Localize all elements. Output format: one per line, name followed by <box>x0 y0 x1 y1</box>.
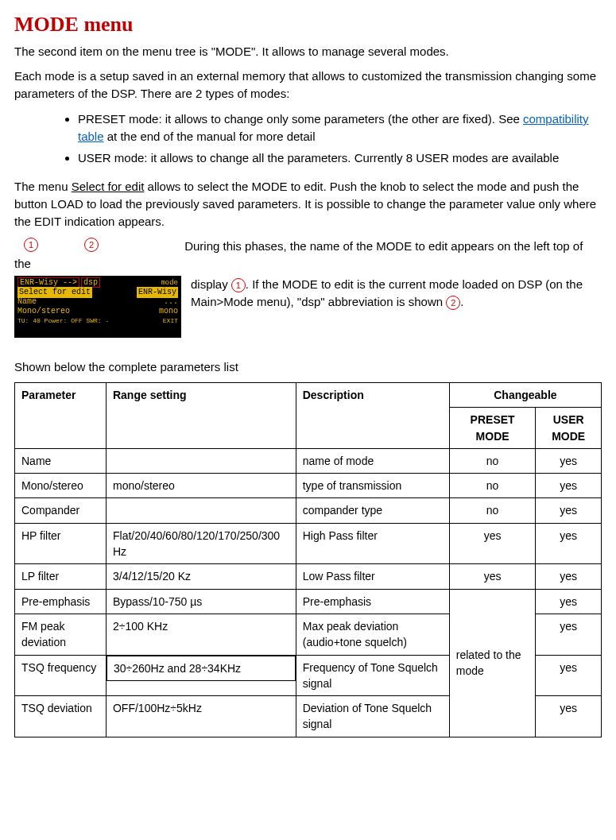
th-user-mode: USER MODE <box>536 408 602 449</box>
cell: Compander <box>15 498 107 523</box>
cell: no <box>449 448 536 473</box>
cell: yes <box>536 523 602 564</box>
cell: Pre-emphasis <box>15 589 107 614</box>
page-title: MODE menu <box>14 10 602 40</box>
lcd-row: Mono/stereo <box>17 306 70 318</box>
cell: Low Pass filter <box>296 564 449 589</box>
cell <box>106 448 296 473</box>
display-screenshot: ENR-Wisy -->dsp mode Select for editENR-… <box>14 276 181 338</box>
lcd-status: TU: 40 Power: OFF SWR: - <box>17 316 109 326</box>
para-modes: Each mode is a setup saved in an externa… <box>14 68 602 103</box>
cell: Max peak deviation (audio+tone squelch) <box>296 614 449 655</box>
figure-block: 1 2 During this phases, the name of the … <box>14 238 602 338</box>
cell: 30÷260Hz and 28÷34KHz <box>107 656 296 681</box>
th-preset-mode: PRESET MODE <box>449 408 536 449</box>
text: The menu <box>14 180 72 193</box>
table-row: Compander compander type no yes <box>15 498 602 523</box>
callout-1-inline-icon: 1 <box>231 278 246 292</box>
cell: 2÷100 KHz <box>106 614 296 655</box>
cell: Flat/20/40/60/80/120/170/250/300 Hz <box>106 523 296 564</box>
cell: Deviation of Tone Squelch signal <box>296 696 449 737</box>
table-row: Pre-emphasis Bypass/10-750 µs Pre-emphas… <box>15 589 602 614</box>
cell: TSQ deviation <box>15 696 107 737</box>
cell: LP filter <box>15 564 107 589</box>
cell: mono/stereo <box>106 474 296 498</box>
text: display <box>191 277 231 291</box>
cell: yes <box>449 564 536 589</box>
cell: yes <box>536 564 602 589</box>
list-text: at the end of the manual for more detail <box>104 130 316 143</box>
callout-2-icon: 2 <box>84 238 99 252</box>
cell: HP filter <box>15 523 107 564</box>
cell: type of transmission <box>296 474 449 498</box>
list-item: PRESET mode: it allows to change only so… <box>78 110 602 145</box>
para-select-edit: The menu Select for edit allows to selec… <box>14 178 602 230</box>
cell: Mono/stereo <box>15 474 107 498</box>
th-changeable: Changeable <box>449 382 601 407</box>
lcd-exit: EXIT <box>163 316 178 326</box>
table-row: Mono/stereo mono/stereo type of transmis… <box>15 474 602 498</box>
cell: yes <box>536 498 602 523</box>
cell: yes <box>536 589 602 614</box>
cell: yes <box>449 523 536 564</box>
fig-intro: 1 2 During this phases, the name of the … <box>14 238 602 273</box>
cell: High Pass filter <box>296 523 449 564</box>
cell: OFF/100Hz÷5kHz <box>106 696 296 737</box>
th-description: Description <box>296 382 449 448</box>
fig-caption: display 1. If the MODE to edit is the cu… <box>181 276 602 311</box>
cell: no <box>449 498 536 523</box>
th-range: Range setting <box>106 382 296 448</box>
intro-para: The second item on the menu tree is "MOD… <box>14 43 602 60</box>
cell: yes <box>536 614 602 655</box>
cell: yes <box>536 448 602 473</box>
cell: yes <box>536 696 602 737</box>
parameters-table: Parameter Range setting Description Chan… <box>14 382 602 737</box>
cell: TSQ frequency <box>15 655 107 696</box>
text: . If the MODE to edit is the current mod… <box>191 277 583 308</box>
cell: yes <box>536 474 602 498</box>
callout-2-inline-icon: 2 <box>446 296 460 310</box>
cell: Bypass/10-750 µs <box>106 589 296 614</box>
cell: Pre-emphasis <box>296 589 449 614</box>
table-row: LP filter 3/4/12/15/20 Kz Low Pass filte… <box>15 564 602 589</box>
cell: 3/4/12/15/20 Kz <box>106 564 296 589</box>
cell: FM peak deviation <box>15 614 107 655</box>
select-for-edit-label: Select for edit <box>72 180 145 193</box>
table-caption: Shown below the complete parameters list <box>14 358 602 376</box>
list-item: USER mode: it allows to change all the p… <box>78 149 602 167</box>
cell: no <box>449 474 536 498</box>
cell: compander type <box>296 498 449 523</box>
cell-merged-preset: related to the mode <box>449 589 536 737</box>
th-parameter: Parameter <box>15 382 107 448</box>
table-row: Name name of mode no yes <box>15 448 602 473</box>
lcd-row-val: mono <box>159 306 178 318</box>
cell <box>106 498 296 523</box>
text: . <box>460 295 463 308</box>
list-text: PRESET mode: it allows to change only so… <box>78 112 523 126</box>
cell: Name <box>15 448 107 473</box>
cell: yes <box>536 655 602 696</box>
cell: name of mode <box>296 448 449 473</box>
callout-1-icon: 1 <box>24 238 38 252</box>
table-row: HP filter Flat/20/40/60/80/120/170/250/3… <box>15 523 602 564</box>
cell: Frequency of Tone Squelch signal <box>296 655 449 696</box>
table-header-row: Parameter Range setting Description Chan… <box>15 382 602 407</box>
mode-types-list: PRESET mode: it allows to change only so… <box>14 110 602 167</box>
